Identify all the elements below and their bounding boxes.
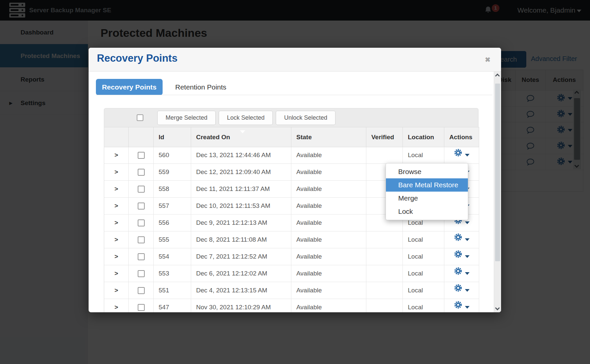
actions-gear-dropdown[interactable]	[444, 248, 479, 265]
row-expand-chevron[interactable]: >	[104, 299, 129, 312]
state-cell: Available	[291, 248, 366, 265]
row-expand-chevron[interactable]: >	[104, 198, 129, 214]
recovery-point-row: >555Dec 8, 2021 12:11:08 AMAvailableLoca…	[104, 231, 479, 248]
row-expand-chevron[interactable]: >	[104, 214, 129, 231]
column-header-id[interactable]: Id	[154, 127, 191, 147]
chevron-down-icon	[465, 306, 470, 309]
location-cell: Local	[403, 231, 444, 248]
id-cell: 558	[154, 181, 191, 198]
row-checkbox[interactable]	[138, 304, 145, 311]
actions-gear-dropdown[interactable]	[444, 299, 479, 312]
unlock-selected-button[interactable]: Unlock Selected	[276, 111, 335, 125]
scroll-down-icon[interactable]	[495, 306, 500, 310]
gear-icon	[454, 282, 463, 299]
id-cell: 553	[154, 265, 191, 282]
row-checkbox[interactable]	[138, 270, 145, 277]
chevron-down-icon	[465, 238, 470, 241]
chevron-right-icon: >	[114, 248, 118, 265]
row-checkbox[interactable]	[138, 253, 145, 260]
id-cell: 551	[154, 282, 191, 299]
recovery-point-row: >553Dec 6, 2021 12:12:02 AMAvailableLoca…	[104, 265, 479, 282]
state-cell: Available	[291, 265, 366, 282]
id-cell: 555	[154, 231, 191, 248]
menu-item-merge[interactable]: Merge	[386, 192, 468, 205]
state-cell: Available	[291, 231, 366, 248]
gear-icon	[454, 299, 463, 312]
column-header-created-on[interactable]: Created On	[191, 127, 291, 147]
row-checkbox[interactable]	[138, 287, 145, 294]
location-cell: Local	[403, 265, 444, 282]
lock-selected-button[interactable]: Lock Selected	[219, 111, 273, 125]
row-expand-chevron[interactable]: >	[104, 164, 129, 181]
chevron-right-icon: >	[114, 299, 118, 312]
state-cell: Available	[291, 164, 366, 181]
row-checkbox-cell	[129, 248, 154, 265]
recovery-point-row: >554Dec 7, 2021 12:12:52 AMAvailableLoca…	[104, 248, 479, 265]
scrollbar-thumb[interactable]	[495, 84, 500, 261]
recovery-point-row: >560Dec 13, 2021 12:44:46 AMAvailableLoc…	[104, 147, 479, 164]
row-checkbox[interactable]	[138, 186, 145, 193]
chevron-down-icon	[465, 255, 470, 258]
row-checkbox[interactable]	[138, 152, 145, 159]
row-checkbox-cell	[129, 214, 154, 231]
row-expand-chevron[interactable]: >	[104, 265, 129, 282]
menu-item-bare-metal-restore[interactable]: Bare Metal Restore	[386, 178, 468, 192]
tab-divider	[96, 95, 492, 95]
row-expand-chevron[interactable]: >	[104, 181, 129, 198]
id-cell: 547	[154, 299, 191, 312]
row-expand-chevron[interactable]: >	[104, 248, 129, 265]
menu-item-lock[interactable]: Lock	[386, 205, 468, 218]
row-expand-chevron[interactable]: >	[104, 282, 129, 299]
created-on-cell: Dec 8, 2021 12:11:08 AM	[191, 231, 291, 248]
created-on-cell: Dec 10, 2021 12:11:53 AM	[191, 198, 291, 214]
close-icon[interactable]: ✖	[485, 56, 490, 64]
state-cell: Available	[291, 147, 366, 164]
modal-header: Recovery Points ✖	[89, 48, 501, 72]
id-cell: 560	[154, 147, 191, 164]
id-cell: 554	[154, 248, 191, 265]
chevron-right-icon: >	[114, 231, 118, 248]
column-header-blank	[129, 127, 154, 147]
location-cell: Local	[403, 248, 444, 265]
merge-selected-button[interactable]: Merge Selected	[157, 111, 216, 125]
location-cell: Local	[403, 282, 444, 299]
tab-recovery-points[interactable]: Recovery Points	[96, 79, 163, 95]
created-on-cell: Dec 7, 2021 12:12:52 AM	[191, 248, 291, 265]
created-on-cell: Dec 11, 2021 12:11:37 AM	[191, 181, 291, 198]
gear-icon	[454, 265, 463, 282]
row-checkbox-cell	[129, 198, 154, 214]
row-expand-chevron[interactable]: >	[104, 147, 129, 164]
actions-gear-dropdown[interactable]	[444, 231, 479, 248]
row-checkbox[interactable]	[138, 219, 145, 226]
chevron-down-icon	[465, 289, 470, 292]
created-on-cell: Dec 13, 2021 12:44:46 AM	[191, 147, 291, 164]
chevron-right-icon: >	[114, 282, 118, 299]
column-header-state[interactable]: State	[291, 127, 366, 147]
select-all-checkbox[interactable]	[137, 114, 143, 121]
state-cell: Available	[291, 299, 366, 312]
actions-gear-dropdown[interactable]	[444, 282, 479, 299]
chevron-down-icon	[465, 272, 470, 275]
column-header-location[interactable]: Location	[403, 127, 444, 147]
row-checkbox-cell	[129, 282, 154, 299]
tab-retention-points[interactable]: Retention Points	[169, 79, 232, 95]
gear-icon	[454, 248, 463, 265]
chevron-down-icon	[465, 154, 470, 156]
row-expand-chevron[interactable]: >	[104, 231, 129, 248]
row-checkbox[interactable]	[138, 169, 145, 176]
actions-gear-dropdown[interactable]	[444, 265, 479, 282]
sort-desc-icon	[240, 130, 245, 133]
state-cell: Available	[291, 181, 366, 198]
verified-cell	[366, 282, 403, 299]
chevron-down-icon	[465, 221, 470, 224]
column-header-verified[interactable]: Verified	[366, 127, 403, 147]
menu-item-browse[interactable]: Browse	[386, 165, 468, 178]
bulk-actions-toolbar: Merge SelectedLock SelectedUnlock Select…	[104, 108, 479, 127]
row-checkbox[interactable]	[138, 203, 145, 210]
scroll-up-icon[interactable]	[495, 74, 500, 78]
column-header-actions[interactable]: Actions	[444, 127, 479, 147]
row-checkbox-cell	[129, 181, 154, 198]
row-checkbox[interactable]	[138, 236, 145, 243]
modal-scrollbar[interactable]	[494, 72, 501, 312]
actions-gear-dropdown[interactable]	[444, 147, 479, 164]
